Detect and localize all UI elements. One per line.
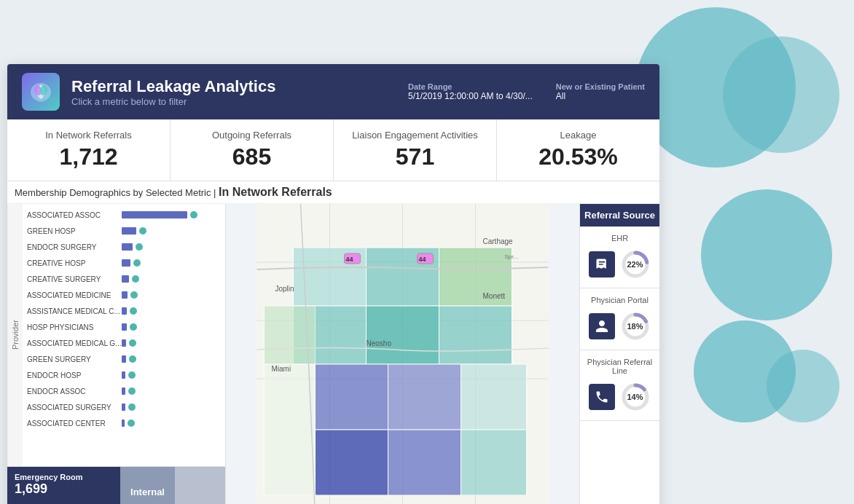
provider-bar-area bbox=[122, 339, 221, 347]
svg-text:Monett: Monett bbox=[483, 292, 506, 300]
metric-leakage-label: Leakage bbox=[512, 130, 645, 141]
provider-row[interactable]: ENDOCR SURGERY bbox=[23, 239, 225, 255]
emergency-value: 1,699 bbox=[15, 481, 113, 497]
app-title: Referral Leakage Analytics bbox=[71, 77, 396, 96]
provider-row[interactable]: ASSOCIATED MEDICINE bbox=[23, 287, 225, 303]
right-panel: Referral Source EHR 22% Physician Portal… bbox=[579, 204, 659, 504]
referral-source-pct-1: 18% bbox=[627, 322, 643, 331]
provider-bar bbox=[122, 323, 127, 331]
provider-dot bbox=[128, 387, 136, 395]
provider-name: ASSOCIATED CENTER bbox=[27, 420, 122, 428]
svg-text:Miami: Miami bbox=[272, 365, 291, 373]
provider-row[interactable]: ASSOCIATED CENTER bbox=[23, 415, 225, 431]
provider-row[interactable]: HOSP PHYSICIANS bbox=[23, 319, 225, 335]
provider-rows: ASSOCIATED ASSOCGREEN HOSPENDOCR SURGERY… bbox=[23, 204, 225, 466]
provider-dot bbox=[133, 259, 141, 267]
referral-source-item-2[interactable]: Physician Referral Line 14% bbox=[580, 350, 659, 421]
referral-source-donut-1: 18% bbox=[619, 310, 651, 342]
svg-text:Carthage: Carthage bbox=[483, 237, 514, 245]
provider-row[interactable]: ENDOCR ASSOC bbox=[23, 383, 225, 399]
header-filters: Date Range 5/1/2019 12:00:00 AM to 4/30/… bbox=[408, 82, 645, 101]
provider-dot bbox=[132, 275, 139, 283]
provider-bar-area bbox=[122, 355, 221, 363]
referral-source-icon-phone bbox=[589, 384, 615, 410]
svg-text:Spr...: Spr... bbox=[505, 253, 519, 260]
provider-bar-area bbox=[122, 259, 221, 267]
provider-chart: Provider ASSOCIATED ASSOCGREEN HOSPENDOC… bbox=[7, 204, 225, 466]
internal-label: Internal bbox=[130, 487, 165, 497]
svg-marker-13 bbox=[367, 306, 439, 364]
provider-bar bbox=[122, 355, 126, 363]
provider-bar-area bbox=[122, 211, 221, 218]
provider-name: CREATIVE HOSP bbox=[27, 259, 122, 267]
svg-marker-21 bbox=[265, 364, 316, 495]
provider-name: CREATIVE SURGERY bbox=[27, 275, 122, 283]
dashboard-card: Referral Leakage Analytics Click a metri… bbox=[7, 64, 659, 504]
provider-row[interactable]: CREATIVE SURGERY bbox=[23, 271, 225, 287]
provider-bar bbox=[122, 211, 187, 218]
provider-row[interactable]: GREEN HOSP bbox=[23, 223, 225, 239]
referral-source-item-0[interactable]: EHR 22% bbox=[580, 227, 659, 288]
bg-circle-3 bbox=[701, 189, 832, 320]
chart-title-prefix: Membership Demographics by Selected Metr… bbox=[15, 187, 219, 198]
date-range-filter[interactable]: Date Range 5/1/2019 12:00:00 AM to 4/30/… bbox=[408, 82, 533, 101]
metric-outgoing[interactable]: Outgoing Referrals 685 bbox=[171, 119, 334, 181]
referral-source-icon-receipt bbox=[589, 251, 615, 277]
provider-bar-area bbox=[122, 420, 221, 427]
provider-bar-area bbox=[122, 307, 221, 315]
provider-row[interactable]: CREATIVE HOSP bbox=[23, 255, 225, 271]
provider-dot bbox=[130, 291, 138, 299]
metric-leakage-value: 20.53% bbox=[512, 143, 645, 170]
provider-dot bbox=[128, 371, 136, 379]
provider-bar bbox=[122, 291, 128, 299]
patient-type-value: All bbox=[556, 91, 645, 101]
provider-row[interactable]: ASSISTANCE MEDICAL C... bbox=[23, 303, 225, 319]
referral-source-pct-2: 14% bbox=[627, 393, 643, 401]
metric-outgoing-label: Outgoing Referrals bbox=[185, 130, 318, 141]
app-subtitle: Click a metric below to filter bbox=[71, 96, 396, 107]
patient-type-filter[interactable]: New or Existing Patient All bbox=[556, 82, 645, 101]
provider-bar-area bbox=[122, 275, 221, 283]
provider-row[interactable]: ASSOCIATED SURGERY bbox=[23, 399, 225, 415]
bg-circle-5 bbox=[767, 350, 839, 422]
bottom-cell-emergency: Emergency Room 1,699 bbox=[7, 467, 120, 504]
provider-dot bbox=[130, 323, 137, 331]
provider-dot bbox=[128, 420, 135, 427]
metric-in-network[interactable]: In Network Referrals 1,712 bbox=[7, 119, 171, 181]
provider-dot bbox=[129, 339, 136, 347]
provider-bar-area bbox=[122, 227, 221, 235]
provider-row[interactable]: ASSOCIATED MEDICAL G... bbox=[23, 335, 225, 351]
provider-row[interactable]: GREEN SURGERY bbox=[23, 351, 225, 367]
emergency-label: Emergency Room bbox=[15, 473, 113, 481]
provider-name: ASSISTANCE MEDICAL C... bbox=[27, 307, 122, 315]
map-background: Carthage Spr... Joplin Monett Miami Neos… bbox=[226, 204, 579, 504]
metric-liaison-value: 571 bbox=[348, 143, 482, 170]
provider-dot bbox=[139, 227, 146, 235]
provider-bar bbox=[122, 420, 125, 427]
provider-bar bbox=[122, 307, 127, 315]
svg-marker-19 bbox=[461, 364, 527, 430]
provider-dot bbox=[136, 243, 143, 251]
metric-leakage[interactable]: Leakage 20.53% bbox=[497, 119, 659, 181]
provider-row[interactable]: ENDOCR HOSP bbox=[23, 367, 225, 383]
metric-liaison[interactable]: Liaison Engagement Activities 571 bbox=[334, 119, 497, 181]
referral-source-icon-person bbox=[589, 313, 615, 339]
svg-marker-20 bbox=[461, 430, 527, 495]
bg-circle-2 bbox=[723, 36, 839, 153]
referral-source-donut-0: 22% bbox=[619, 248, 651, 280]
referral-source-label-2: Physician Referral Line bbox=[586, 358, 654, 375]
provider-name: ASSOCIATED MEDICINE bbox=[27, 291, 122, 299]
referral-source-pct-0: 22% bbox=[627, 260, 643, 269]
referral-source-item-1[interactable]: Physician Portal 18% bbox=[580, 288, 659, 350]
bottom-cell-internal: Internal bbox=[120, 467, 175, 504]
bottom-cell-rest bbox=[175, 467, 225, 504]
referral-source-donut-2: 14% bbox=[619, 381, 651, 413]
referral-sources-list: EHR 22% Physician Portal 18% Physician R… bbox=[580, 227, 659, 421]
provider-bar bbox=[122, 259, 130, 267]
provider-bar-area bbox=[122, 387, 221, 395]
provider-name: HOSP PHYSICIANS bbox=[27, 323, 122, 331]
referral-source-label-0: EHR bbox=[611, 234, 628, 243]
provider-row[interactable]: ASSOCIATED ASSOC bbox=[23, 207, 225, 223]
provider-name: ENDOCR SURGERY bbox=[27, 243, 122, 251]
provider-name: ENDOCR ASSOC bbox=[27, 387, 122, 395]
